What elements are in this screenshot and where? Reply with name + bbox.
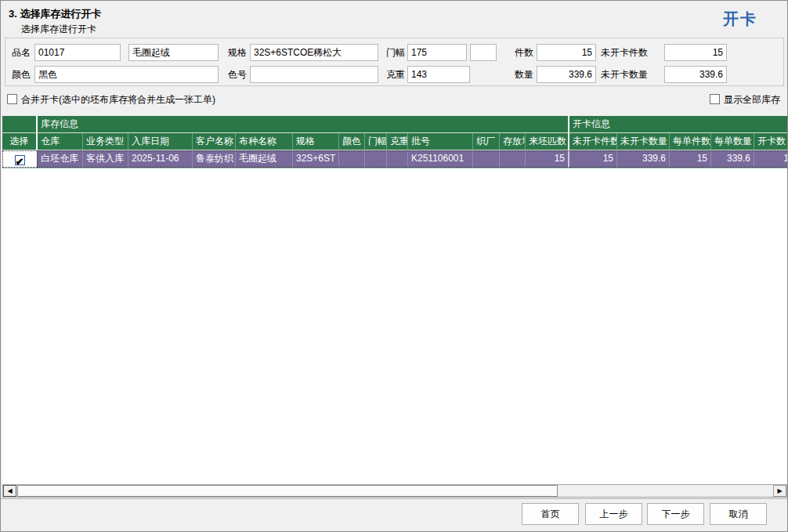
cell-incoming-rolls: 15	[526, 150, 569, 168]
merge-checkbox-label: 合并开卡(选中的坯布库存将合并生成一张工单)	[21, 94, 215, 105]
scroll-right-arrow-icon[interactable]: ▶	[773, 485, 786, 497]
next-step-button[interactable]: 下一步	[647, 503, 704, 525]
cell-color	[339, 150, 365, 168]
gram-weight-field[interactable]	[407, 66, 470, 83]
scrollbar-thumb[interactable]	[17, 485, 558, 497]
col-header-biz-type[interactable]: 业务类型	[83, 133, 128, 150]
pieces-field[interactable]	[537, 44, 596, 61]
cell-width	[365, 150, 387, 168]
cell-biz-type: 客供入库	[83, 150, 128, 168]
color-no-label: 色号	[228, 66, 247, 83]
fabric-width-label: 门幅	[386, 44, 405, 61]
col-header-customer[interactable]: 客户名称	[193, 133, 236, 150]
grid-empty-area	[2, 168, 787, 484]
col-header-incoming-rolls[interactable]: 来坯匹数	[526, 133, 569, 150]
color-label: 颜色	[12, 66, 31, 83]
fabric-width-extra-field[interactable]	[470, 44, 497, 61]
cell-unopened-pieces: 15	[569, 150, 617, 168]
col-header-mill[interactable]: 织厂	[473, 133, 500, 150]
col-header-batch-no[interactable]: 批号	[408, 133, 473, 150]
footer-bar: 首页 上一步 下一步 取消	[1, 498, 787, 531]
col-header-per-order-qty[interactable]: 每单数量	[711, 133, 754, 150]
page-badge: 开卡	[723, 9, 757, 30]
group-header-blank	[2, 116, 38, 133]
cell-spec: 32S+6ST	[293, 150, 339, 168]
col-header-warehouse[interactable]: 仓库	[38, 133, 83, 150]
cancel-button[interactable]: 取消	[710, 503, 767, 525]
scroll-left-arrow-icon[interactable]: ◀	[3, 485, 16, 497]
col-header-color[interactable]: 颜色	[339, 133, 365, 150]
unopened-pieces-label: 未开卡件数	[601, 44, 648, 61]
qty-field[interactable]	[537, 66, 596, 83]
options-row: 合并开卡(选中的坯布库存将合并生成一张工单) 显示全部库存	[1, 93, 787, 106]
cell-fabric-name: 毛圈起绒	[236, 150, 293, 168]
group-header-inventory: 库存信息	[38, 116, 569, 133]
cell-weight	[387, 150, 408, 168]
color-field[interactable]	[34, 66, 219, 83]
product-name-field[interactable]	[128, 44, 219, 61]
col-header-unopened-qty[interactable]: 未开卡数量	[617, 133, 670, 150]
row-select-checkbox[interactable]	[15, 155, 25, 165]
qty-label: 数量	[515, 66, 533, 83]
step-title: 3. 选择库存进行开卡	[9, 7, 101, 21]
cell-per-order-pieces: 15	[670, 150, 711, 168]
cell-per-order-qty: 339.6	[711, 150, 754, 168]
merge-checkbox-box[interactable]	[7, 94, 17, 104]
prev-step-button[interactable]: 上一步	[585, 503, 642, 525]
col-header-fabric-name[interactable]: 布种名称	[236, 133, 293, 150]
inventory-grid: 库存信息 开卡信息 选择 仓库 业务类型 入库日期 客户名称 布种名称 规格 颜…	[2, 116, 787, 484]
unopened-pieces-field[interactable]	[664, 44, 727, 61]
home-button[interactable]: 首页	[522, 503, 579, 525]
show-all-checkbox-box[interactable]	[710, 94, 720, 104]
col-header-weight[interactable]: 克重	[387, 133, 408, 150]
unopened-qty-label: 未开卡数量	[601, 66, 648, 83]
horizontal-scrollbar[interactable]: ◀ ▶	[2, 484, 787, 498]
group-header-opencard: 开卡信息	[569, 116, 787, 133]
cell-batch-no: K251106001	[408, 150, 473, 168]
product-name-label: 品名	[12, 44, 31, 61]
cell-unopened-qty: 339.6	[617, 150, 670, 168]
step-subtitle: 选择库存进行开卡	[21, 23, 96, 36]
color-no-field[interactable]	[250, 66, 378, 83]
row-select-cell[interactable]	[2, 150, 38, 168]
cell-customer: 鲁泰纺织	[193, 150, 236, 168]
col-header-select[interactable]: 选择	[2, 133, 38, 150]
col-header-location[interactable]: 存放地	[500, 133, 526, 150]
open-card-wizard-window: 3. 选择库存进行开卡 选择库存进行开卡 开卡 品名 规格 门幅 件数 未开卡件…	[0, 0, 788, 532]
show-all-checkbox-label: 显示全部库存	[724, 94, 780, 105]
unopened-qty-field[interactable]	[664, 66, 727, 83]
inventory-row[interactable]: 白坯仓库 客供入库 2025-11-06 鲁泰纺织 毛圈起绒 32S+6ST K…	[2, 150, 787, 168]
show-all-inventory-checkbox[interactable]: 显示全部库存	[710, 93, 780, 107]
cell-warehouse: 白坯仓库	[38, 150, 83, 168]
inventory-summary-form: 品名 规格 门幅 件数 未开卡件数 颜色 色号 克重 数量 未开卡数量	[5, 38, 784, 86]
cell-open-card-qty: 1	[754, 150, 787, 168]
col-header-per-order-pieces[interactable]: 每单件数	[670, 133, 711, 150]
spec-field[interactable]	[250, 44, 378, 61]
grid-column-header-row: 选择 仓库 业务类型 入库日期 客户名称 布种名称 规格 颜色 门幅 克重 批号…	[2, 133, 787, 150]
col-header-width[interactable]: 门幅	[365, 133, 387, 150]
product-code-field[interactable]	[34, 44, 121, 61]
cell-mill	[473, 150, 500, 168]
col-header-open-card-qty[interactable]: 开卡数	[754, 133, 787, 150]
pieces-label: 件数	[515, 44, 533, 61]
col-header-inbound-date[interactable]: 入库日期	[128, 133, 193, 150]
merge-open-card-checkbox[interactable]: 合并开卡(选中的坯布库存将合并生成一张工单)	[7, 93, 215, 107]
fabric-width-field[interactable]	[407, 44, 467, 61]
col-header-unopened-pieces[interactable]: 未开卡件数	[569, 133, 617, 150]
grid-group-header-row: 库存信息 开卡信息	[2, 116, 787, 133]
gram-weight-label: 克重	[386, 66, 405, 83]
cell-location	[500, 150, 526, 168]
spec-label: 规格	[228, 44, 247, 61]
cell-inbound-date: 2025-11-06	[128, 150, 193, 168]
col-header-spec[interactable]: 规格	[293, 133, 339, 150]
